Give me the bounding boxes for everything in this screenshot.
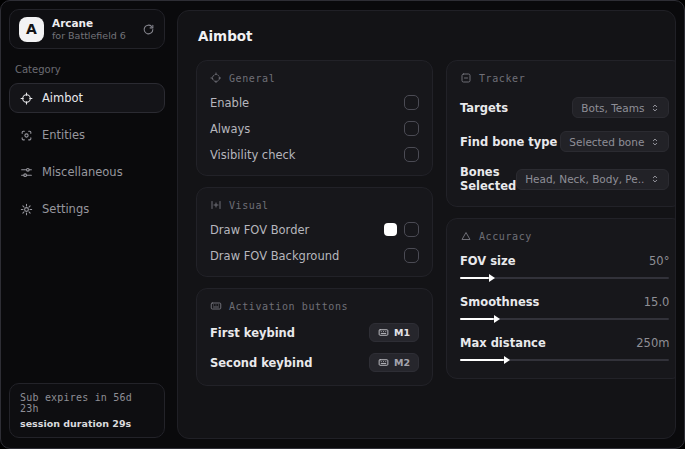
sidebar-item-aimbot[interactable]: Aimbot [9,83,165,113]
app-name: Arcane [52,17,126,29]
session-duration-text: session duration 29s [20,418,154,429]
setting-label: Targets [460,101,508,115]
fov-size-setting: FOV size 50° [460,254,669,283]
fov-icon [210,199,222,211]
slider-header: Smoothness 15.0 [460,295,669,309]
sync-icon[interactable] [142,23,155,36]
app-subtitle: for Battlefield 6 [52,30,126,41]
slider-fill [460,277,489,279]
section-title: Visual [229,200,269,211]
category-label: Category [15,64,161,75]
setting-label: Enable [210,96,249,110]
setting-row: Visibility check [210,147,419,162]
setting-row: Second keybind M2 [210,353,419,372]
setting-row: First keybind M1 [210,323,419,342]
setting-row: Enable [210,95,419,110]
fov-border-color-swatch[interactable] [384,223,397,236]
activation-card: Activation buttons First keybind M1 Seco… [196,288,433,386]
general-card: General Enable Always Visibility check [196,60,433,176]
slider-value: 15.0 [644,295,670,309]
slider-fill [460,359,504,361]
sidebar-item-miscellaneous[interactable]: Miscellaneous [9,157,165,187]
section-title: General [229,73,275,84]
slider-track [460,277,669,279]
dropdown-value: Selected bone [569,136,644,148]
dropdown-value: Bots, Teams [581,102,644,114]
visual-card: Visual Draw FOV Border Draw FOV Backgrou… [196,187,433,277]
sidebar-item-settings[interactable]: Settings [9,194,165,224]
page-title: Aimbot [198,28,659,44]
section-title: Tracker [479,73,525,84]
second-keybind-button[interactable]: M2 [369,353,419,372]
tracker-card: Tracker Targets Bots, Teams Find bone ty… [446,60,676,207]
triangle-icon [460,230,472,242]
setting-label: Draw FOV Background [210,249,339,263]
keyboard-icon [210,300,222,312]
fov-size-slider[interactable] [460,273,669,283]
smoothness-setting: Smoothness 15.0 [460,295,669,324]
right-column: Tracker Targets Bots, Teams Find bone ty… [446,60,676,379]
setting-row: Draw FOV Background [210,248,419,263]
slider-fill [460,318,494,320]
visibility-check-checkbox[interactable] [404,147,419,162]
slider-track [460,359,669,361]
setting-label: Bones Selected [460,165,516,193]
dropdown-value: Head, Neck, Body, Pe.. [525,173,644,185]
unfold-icon [650,137,660,147]
setting-row: Targets Bots, Teams [460,97,669,118]
box-minus-icon [460,72,472,84]
accuracy-card: Accuracy FOV size 50° Smoothne [446,218,676,379]
find-bone-type-dropdown[interactable]: Selected bone [560,131,669,152]
arcane-cheat-window: { "colors": { "accent": "#ffffff", "fov_… [0,0,685,449]
slider-value: 250m [636,336,669,350]
setting-label: FOV size [460,254,516,268]
subscription-card: Sub expires in 56d 23h session duration … [9,383,165,438]
sidebar-item-label: Aimbot [42,91,83,105]
draw-fov-background-checkbox[interactable] [404,248,419,263]
setting-label: Second keybind [210,356,312,370]
enable-checkbox[interactable] [404,95,419,110]
sidebar-item-label: Settings [42,202,89,216]
setting-label: Draw FOV Border [210,223,309,237]
setting-controls [384,222,419,237]
activation-card-header: Activation buttons [210,300,419,312]
app-header-card: A Arcane for Battlefield 6 [9,9,165,49]
keyboard-icon [378,357,389,368]
always-checkbox[interactable] [404,121,419,136]
tracker-card-header: Tracker [460,72,669,84]
sidebar: A Arcane for Battlefield 6 Category Aimb… [1,1,173,448]
setting-row: Always [210,121,419,136]
crosshair-icon [20,92,33,105]
section-title: Activation buttons [229,301,348,312]
slider-header: FOV size 50° [460,254,669,268]
sidebar-item-entities[interactable]: Entities [9,120,165,150]
setting-row: Draw FOV Border [210,222,419,237]
setting-label: Smoothness [460,295,539,309]
keybind-value: M2 [394,357,410,368]
bones-selected-dropdown[interactable]: Head, Neck, Body, Pe.. [516,169,669,190]
slider-header: Max distance 250m [460,336,669,350]
sliders-icon [20,166,33,179]
keyboard-icon [378,327,389,338]
sidebar-item-label: Entities [42,128,85,142]
unfold-icon [650,103,660,113]
smoothness-slider[interactable] [460,314,669,324]
section-title: Accuracy [479,231,532,242]
scan-icon [20,129,33,142]
draw-fov-border-checkbox[interactable] [404,222,419,237]
crosshair-dashed-icon [210,72,222,84]
setting-label: Always [210,122,250,136]
slider-track [460,318,669,320]
setting-row: Find bone type Selected bone [460,131,669,152]
visual-card-header: Visual [210,199,419,211]
setting-label: First keybind [210,326,295,340]
max-distance-slider[interactable] [460,355,669,365]
targets-dropdown[interactable]: Bots, Teams [572,97,669,118]
unfold-icon [650,174,660,184]
setting-label: Find bone type [460,135,557,149]
app-meta: Arcane for Battlefield 6 [52,17,126,41]
setting-label: Visibility check [210,148,296,162]
app-logo: A [19,17,44,42]
first-keybind-button[interactable]: M1 [369,323,419,342]
accuracy-card-header: Accuracy [460,230,669,242]
